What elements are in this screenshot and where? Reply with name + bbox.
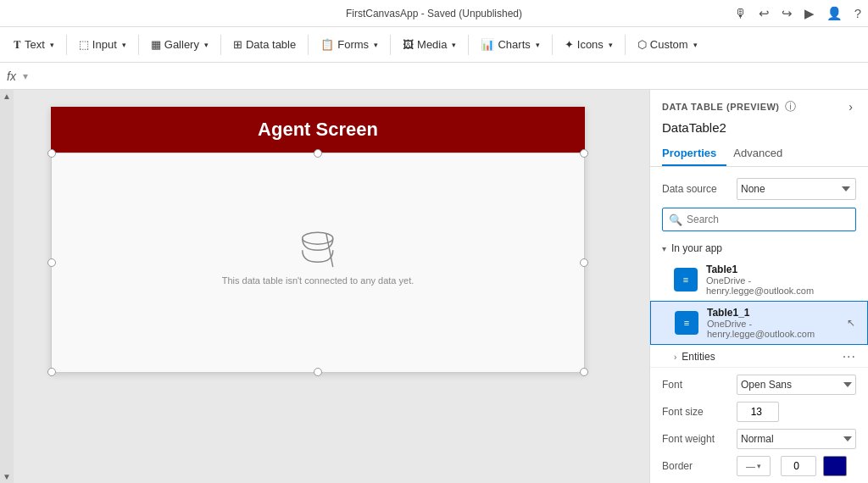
custom-chevron: ▾	[693, 41, 698, 49]
datasource-select[interactable]: None	[737, 178, 856, 200]
icons-icon: ✦	[565, 38, 574, 51]
table1-1-icon: ≡	[675, 311, 698, 335]
panel-content: Data source None 🔍 ▾ In your app	[650, 167, 868, 367]
panel-section-title: DATA TABLE (PREVIEW)	[662, 102, 780, 112]
handle-bm[interactable]	[314, 368, 322, 376]
border-label: Border	[662, 460, 730, 472]
formula-icon: fx	[7, 69, 16, 83]
charts-chevron: ▾	[536, 41, 540, 49]
datasource-table1[interactable]: ≡ Table1 OneDrive - henry.legge@outlook.…	[650, 258, 868, 301]
table1-1-name: Table1_1	[707, 307, 835, 319]
toolbar-text-btn[interactable]: 𝐓 Text ▾	[7, 35, 61, 55]
search-input[interactable]	[662, 208, 856, 231]
fontsize-label: Font size	[662, 406, 730, 418]
redo-icon[interactable]: ↪	[782, 6, 793, 21]
divider-5	[390, 35, 391, 55]
panel-bottom: Font Open Sans Font size Font weight Nor…	[650, 367, 868, 483]
formula-input[interactable]	[35, 69, 861, 82]
custom-icon: ⬡	[637, 38, 647, 51]
divider-1	[66, 35, 67, 55]
entities-dots[interactable]: ···	[843, 349, 856, 364]
scroll-up-arrow[interactable]: ▲	[3, 92, 11, 101]
cursor-indicator: ↖	[847, 317, 855, 329]
formula-separator: ▾	[23, 70, 28, 82]
table1-info: Table1 OneDrive - henry.legge@outlook.co…	[706, 264, 856, 296]
forms-icon: 📋	[320, 38, 334, 51]
table1-1-sub: OneDrive - henry.legge@outlook.com	[707, 319, 835, 339]
entities-chevron: ›	[674, 353, 676, 362]
media-chevron: ▾	[452, 41, 456, 49]
svg-line-1	[326, 233, 333, 267]
undo-icon[interactable]: ↩	[759, 6, 770, 21]
fontsize-row: Font size	[650, 398, 868, 425]
text-chevron: ▾	[50, 41, 54, 49]
gallery-icon: ▦	[151, 38, 161, 51]
run-icon[interactable]: ▶	[804, 6, 815, 21]
fontsize-input[interactable]	[737, 402, 779, 422]
border-width-input[interactable]	[781, 456, 816, 476]
text-icon: 𝐓	[14, 38, 21, 52]
entities-group[interactable]: › Entities ···	[650, 345, 868, 367]
handle-ml[interactable]	[47, 258, 56, 267]
user-icon[interactable]: 👤	[826, 6, 843, 21]
help-icon[interactable]: ?	[854, 6, 861, 20]
divider-8	[625, 35, 626, 55]
tab-properties[interactable]: Properties	[662, 142, 726, 166]
screen-body[interactable]: This data table isn't connected to any d…	[51, 153, 585, 373]
handle-mr[interactable]	[580, 258, 588, 267]
border-color-swatch[interactable]	[823, 456, 847, 476]
panel-expand-btn[interactable]: ›	[845, 98, 856, 115]
toolbar-forms-btn[interactable]: 📋 Forms ▾	[314, 35, 385, 54]
table1-name: Table1	[706, 264, 856, 275]
toolbar-input-btn[interactable]: ⬚ Input ▾	[72, 35, 133, 54]
toolbar-icons-btn[interactable]: ✦ Icons ▾	[558, 35, 620, 54]
search-wrap: 🔍	[650, 204, 868, 235]
title-bar-icons: 🎙 ↩ ↪ ▶ 👤 ?	[734, 6, 861, 21]
handle-bl[interactable]	[47, 368, 56, 376]
divider-2	[138, 35, 139, 55]
fontweight-label: Font weight	[662, 433, 730, 445]
microphone-icon[interactable]: 🎙	[734, 6, 747, 20]
handle-tr[interactable]	[580, 149, 588, 158]
tab-advanced[interactable]: Advanced	[733, 142, 793, 166]
scroll-down-arrow[interactable]: ▼	[3, 472, 11, 481]
left-scrollbar[interactable]: ▲ ▼	[0, 90, 14, 483]
charts-icon: 📊	[481, 38, 494, 51]
in-your-app-header[interactable]: ▾ In your app	[650, 238, 868, 258]
icons-chevron: ▾	[609, 41, 613, 49]
fontweight-select[interactable]: Normal	[737, 429, 856, 449]
divider-3	[220, 35, 221, 55]
datatable-placeholder: This data table isn't connected to any d…	[222, 228, 415, 286]
panel-tabs: Properties Advanced	[650, 142, 868, 167]
media-icon: 🖼	[403, 38, 414, 51]
font-row: Font Open Sans	[650, 371, 868, 398]
right-panel: DATA TABLE (PREVIEW) ⓘ › DataTable2 Prop…	[649, 90, 868, 483]
toolbar-media-btn[interactable]: 🖼 Media ▾	[396, 35, 463, 54]
input-icon: ⬚	[79, 38, 89, 51]
panel-header: DATA TABLE (PREVIEW) ⓘ ›	[650, 90, 868, 119]
gallery-chevron: ▾	[204, 41, 209, 49]
toolbar-charts-btn[interactable]: 📊 Charts ▾	[474, 35, 546, 54]
table1-1-info: Table1_1 OneDrive - henry.legge@outlook.…	[707, 307, 835, 339]
placeholder-text: This data table isn't connected to any d…	[222, 275, 415, 286]
font-select[interactable]: Open Sans	[737, 375, 856, 395]
search-icon: 🔍	[669, 214, 682, 226]
toolbar-gallery-btn[interactable]: ▦ Gallery ▾	[144, 35, 215, 54]
handle-tm[interactable]	[314, 149, 322, 158]
help-circle-icon[interactable]: ⓘ	[785, 99, 796, 114]
toolbar-datatable-btn[interactable]: ⊞ Data table	[226, 35, 303, 54]
fontweight-row: Font weight Normal	[650, 425, 868, 452]
divider-4	[308, 35, 309, 55]
datasource-table1-1[interactable]: ≡ Table1_1 OneDrive - henry.legge@outloo…	[650, 301, 868, 345]
title-bar: FirstCanvasApp - Saved (Unpublished) 🎙 ↩…	[0, 0, 868, 27]
handle-br[interactable]	[580, 368, 588, 376]
table1-icon: ≡	[674, 268, 698, 291]
border-line-selector[interactable]: — ▾	[737, 456, 771, 476]
screen-header: Agent Screen	[51, 107, 585, 153]
divider-7	[552, 35, 553, 55]
handle-tl[interactable]	[47, 149, 56, 158]
border-line-icon: —	[746, 461, 755, 471]
border-row: Border — ▾	[650, 452, 868, 480]
formula-bar: fx ▾	[0, 63, 868, 90]
toolbar-custom-btn[interactable]: ⬡ Custom ▾	[631, 35, 704, 54]
